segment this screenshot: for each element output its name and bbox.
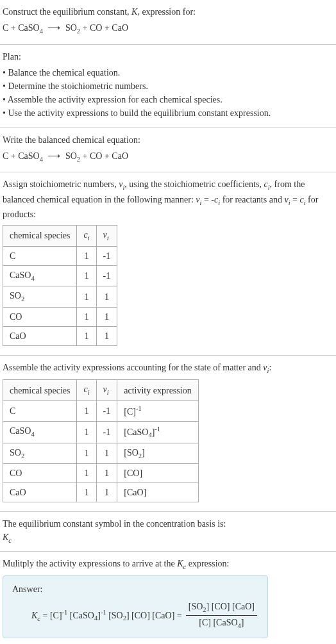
numerator: [SO2] [CO] [CaO] — [186, 600, 257, 616]
cell-ci: 1 — [77, 286, 96, 308]
fraction: [SO2] [CO] [CaO] [C] [CaSO4] — [186, 600, 257, 631]
cell-species: C — [3, 246, 77, 265]
cell-species: CaSO4 — [3, 421, 77, 443]
table-row: CO 1 1 — [3, 307, 117, 326]
col-vi: νi — [96, 226, 117, 247]
table-row: C 1 -1 — [3, 246, 117, 265]
symbol-section: The equilibrium constant symbol in the c… — [0, 512, 336, 552]
symbol-line2: Kc — [3, 531, 333, 546]
table-row: C 1 -1 [C]-1 — [3, 400, 199, 421]
col-species: chemical species — [3, 226, 77, 247]
activity-table: chemical species ci νi activity expressi… — [3, 379, 199, 502]
cell-ci: 1 — [77, 464, 96, 483]
col-vi: νi — [96, 380, 117, 401]
activity-section: Assemble the activity expressions accoun… — [0, 356, 336, 513]
table-row: CO 1 1 [CO] — [3, 464, 199, 483]
cell-ci: 1 — [77, 483, 96, 502]
table-header-row: chemical species ci νi — [3, 226, 117, 247]
cell-vi: 1 — [96, 286, 117, 308]
table-row: SO2 1 1 — [3, 286, 117, 308]
cell-ci: 1 — [77, 421, 96, 443]
multiply-section: Mulitply the activity expressions to arr… — [0, 552, 336, 644]
table-header-row: chemical species ci νi activity expressi… — [3, 380, 199, 401]
cell-ci: 1 — [77, 400, 96, 421]
cell-expr: [SO2] — [117, 443, 198, 464]
plan-list: Balance the chemical equation. Determine… — [3, 66, 333, 120]
cell-species: CaO — [3, 483, 77, 502]
cell-species: CaO — [3, 326, 77, 345]
symbol-line1: The equilibrium constant symbol in the c… — [3, 517, 333, 531]
table-row: CaSO4 1 -1 [CaSO4]-1 — [3, 421, 199, 443]
col-ci: ci — [77, 380, 96, 401]
cell-species: CO — [3, 307, 77, 326]
stoich-table: chemical species ci νi C 1 -1 CaSO4 1 -1… — [3, 225, 117, 346]
cell-ci: 1 — [77, 307, 96, 326]
cell-species: SO2 — [3, 286, 77, 308]
plan-heading: Plan: — [3, 50, 333, 63]
col-species: chemical species — [3, 380, 77, 401]
answer-label: Answer: — [12, 582, 258, 596]
cell-vi: -1 — [96, 400, 117, 421]
plan-section: Plan: Balance the chemical equation. Det… — [0, 45, 336, 128]
intro-equation: C + CaSO4 ⟶ SO2 + CO + CaO — [3, 21, 333, 37]
cell-vi: -1 — [96, 265, 117, 286]
cell-expr: [C]-1 — [117, 400, 198, 421]
intro-line: Construct the equilibrium constant, K, e… — [3, 5, 333, 19]
cell-vi: 1 — [96, 443, 117, 464]
table-row: SO2 1 1 [SO2] — [3, 443, 199, 464]
cell-ci: 1 — [77, 265, 96, 286]
balanced-equation: C + CaSO4 ⟶ SO2 + CO + CaO — [3, 149, 333, 165]
cell-ci: 1 — [77, 246, 96, 265]
table-row: CaO 1 1 [CaO] — [3, 483, 199, 502]
activity-heading: Assemble the activity expressions accoun… — [3, 361, 333, 376]
table-row: CaSO4 1 -1 — [3, 265, 117, 286]
cell-vi: 1 — [96, 326, 117, 345]
stoich-section: Assign stoichiometric numbers, νi, using… — [0, 172, 336, 356]
answer-box: Answer: Kc = [C]-1 [CaSO4]-1 [SO2] [CO] … — [3, 575, 268, 638]
balanced-section: Write the balanced chemical equation: C … — [0, 128, 336, 173]
denominator: [C] [CaSO4] — [186, 616, 257, 631]
cell-ci: 1 — [77, 326, 96, 345]
col-ci: ci — [77, 226, 96, 247]
answer-expression: Kc = [C]-1 [CaSO4]-1 [SO2] [CO] [CaO] = … — [12, 600, 258, 631]
cell-expr: [CaSO4]-1 — [117, 421, 198, 443]
stoich-text: Assign stoichiometric numbers, νi, using… — [3, 178, 333, 221]
multiply-heading: Mulitply the activity expressions to arr… — [3, 557, 333, 572]
cell-expr: [CO] — [117, 464, 198, 483]
cell-vi: 1 — [96, 307, 117, 326]
cell-vi: 1 — [96, 464, 117, 483]
intro-section: Construct the equilibrium constant, K, e… — [0, 0, 336, 45]
cell-species: CO — [3, 464, 77, 483]
plan-item: Balance the chemical equation. — [3, 66, 333, 79]
cell-vi: -1 — [96, 246, 117, 265]
cell-ci: 1 — [77, 443, 96, 464]
plan-item: Assemble the activity expression for eac… — [3, 93, 333, 106]
table-row: CaO 1 1 — [3, 326, 117, 345]
cell-vi: -1 — [96, 421, 117, 443]
cell-species: CaSO4 — [3, 265, 77, 286]
plan-item: Use the activity expressions to build th… — [3, 106, 333, 120]
col-expr: activity expression — [117, 380, 198, 401]
cell-vi: 1 — [96, 483, 117, 502]
cell-expr: [CaO] — [117, 483, 198, 502]
balanced-heading: Write the balanced chemical equation: — [3, 133, 333, 147]
cell-species: C — [3, 400, 77, 421]
plan-item: Determine the stoichiometric numbers. — [3, 79, 333, 93]
cell-species: SO2 — [3, 443, 77, 464]
